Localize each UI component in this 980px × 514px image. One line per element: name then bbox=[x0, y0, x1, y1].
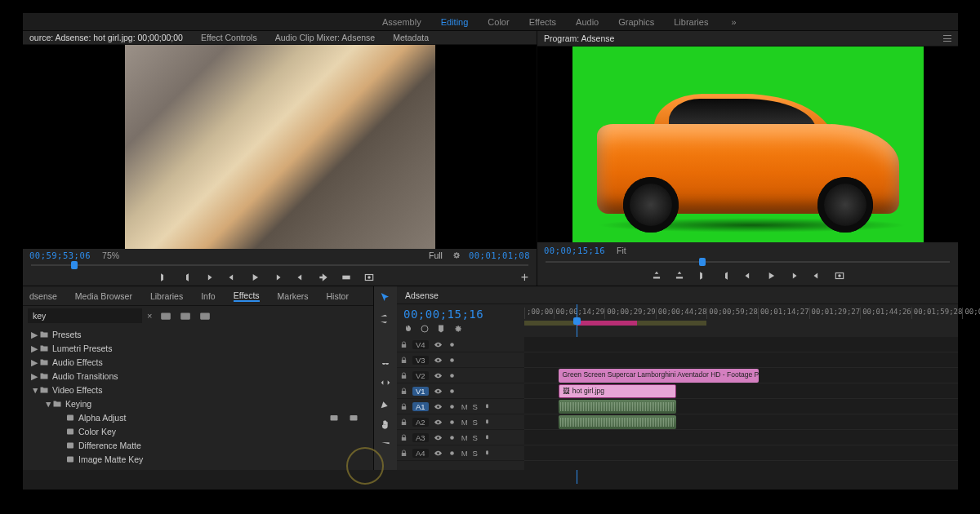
toggle-output-icon[interactable] bbox=[434, 388, 443, 395]
workspace-libraries[interactable]: Libraries bbox=[674, 17, 708, 27]
toggle-output-icon[interactable] bbox=[434, 372, 443, 379]
source-viewer[interactable] bbox=[23, 45, 537, 249]
lock-icon[interactable] bbox=[400, 434, 408, 441]
track-select-tool-icon[interactable] bbox=[379, 312, 392, 326]
libraries-tab[interactable]: Libraries bbox=[150, 291, 183, 301]
step-fwd-icon[interactable] bbox=[272, 272, 283, 283]
project-tab[interactable]: dsense bbox=[29, 291, 57, 301]
workspace-editing[interactable]: Editing bbox=[441, 17, 469, 27]
effects-tree-item[interactable]: Luma Key bbox=[26, 466, 370, 470]
mic-icon[interactable] bbox=[483, 403, 492, 410]
timeline-clip[interactable] bbox=[559, 415, 675, 429]
program-timecode-left[interactable]: 00;00;15;16 bbox=[544, 246, 605, 255]
sync-lock-icon[interactable] bbox=[448, 388, 457, 395]
workspace-assembly[interactable]: Assembly bbox=[382, 17, 421, 27]
extract-icon[interactable] bbox=[674, 270, 685, 281]
lift-icon[interactable] bbox=[651, 270, 662, 281]
settings2-icon[interactable] bbox=[452, 324, 462, 334]
audio-clip-mixer-tab[interactable]: Audio Clip Mixer: Adsense bbox=[275, 33, 376, 42]
sync-lock-icon[interactable] bbox=[448, 419, 457, 426]
mic-icon[interactable] bbox=[483, 434, 492, 441]
hand-tool-icon[interactable] bbox=[379, 419, 392, 432]
effects-tree-item[interactable]: ▶Audio Effects bbox=[26, 355, 370, 369]
sync-lock-icon[interactable] bbox=[448, 372, 457, 379]
sync-lock-icon[interactable] bbox=[448, 434, 457, 441]
info-tab[interactable]: Info bbox=[201, 291, 216, 301]
metadata-tab[interactable]: Metadata bbox=[393, 33, 429, 42]
program-fit[interactable]: Fit bbox=[617, 246, 626, 255]
source-tab[interactable]: ource: Adsense: hot girl.jpg: 00;00;00;0… bbox=[29, 33, 183, 42]
marker-icon[interactable] bbox=[436, 324, 446, 334]
effects-tree-item[interactable]: ▼Keying bbox=[26, 397, 370, 410]
mark-in-icon[interactable] bbox=[158, 272, 169, 283]
track-header-v4[interactable]: V4 bbox=[397, 337, 524, 352]
lock-icon[interactable] bbox=[400, 388, 408, 395]
play-icon[interactable] bbox=[249, 272, 261, 283]
lock-icon[interactable] bbox=[400, 419, 408, 426]
workspace-color[interactable]: Color bbox=[488, 17, 509, 27]
insert-icon[interactable] bbox=[318, 272, 329, 283]
toggle-output-icon[interactable] bbox=[434, 357, 443, 364]
mark-in2-icon[interactable] bbox=[697, 270, 708, 281]
slip-tool-icon[interactable] bbox=[379, 376, 392, 389]
effects-tree-item[interactable]: Color Key bbox=[26, 424, 370, 438]
step-back2-icon[interactable] bbox=[742, 270, 754, 281]
lock-icon[interactable] bbox=[400, 341, 408, 348]
toggle-output-icon[interactable] bbox=[434, 403, 443, 410]
play2-icon[interactable] bbox=[765, 270, 777, 281]
effects-tab[interactable]: Effects bbox=[234, 290, 260, 302]
source-fit[interactable]: Full bbox=[429, 250, 443, 260]
timeline-timecode[interactable]: 00;00;15;16 bbox=[403, 308, 518, 321]
program-scrub[interactable] bbox=[537, 258, 958, 266]
lock-icon[interactable] bbox=[400, 403, 408, 410]
toggle-output-icon[interactable] bbox=[434, 419, 443, 426]
mic-icon[interactable] bbox=[483, 450, 492, 457]
track-header-a4[interactable]: A4MS bbox=[397, 445, 524, 461]
ripple-tool-icon[interactable] bbox=[379, 334, 392, 347]
panel-menu-icon[interactable] bbox=[943, 35, 951, 42]
media-browser-tab[interactable]: Media Browser bbox=[75, 291, 132, 301]
lock-icon[interactable] bbox=[400, 450, 408, 457]
go-in-icon[interactable] bbox=[203, 272, 215, 283]
go-out-icon[interactable] bbox=[295, 272, 306, 283]
timeline-ruler[interactable]: ;00;0000;00;14;2900;00;29;2900;00;44;280… bbox=[524, 304, 958, 337]
timeline-clip[interactable] bbox=[559, 400, 675, 414]
track-header-v2[interactable]: V2 bbox=[397, 368, 524, 383]
mark-out-icon[interactable] bbox=[180, 272, 192, 283]
step-fwd2-icon[interactable] bbox=[788, 270, 800, 281]
sync-lock-icon[interactable] bbox=[448, 403, 457, 410]
effects-tree-item[interactable]: Difference Matte bbox=[26, 438, 370, 452]
track-header-a3[interactable]: A3MS bbox=[397, 430, 524, 445]
linked-selection-icon[interactable] bbox=[420, 324, 430, 334]
timeline-clip[interactable]: 🖼 hot girl.jpg bbox=[559, 384, 675, 398]
toggle-output-icon[interactable] bbox=[434, 434, 443, 441]
timeline-lanes[interactable]: Green Screen Supercar Lamborghini Aventa… bbox=[524, 337, 958, 470]
selection-tool-icon[interactable] bbox=[379, 291, 392, 304]
button-editor-icon[interactable]: + bbox=[521, 270, 528, 285]
sync-lock-icon[interactable] bbox=[448, 357, 457, 364]
settings-icon[interactable] bbox=[451, 250, 461, 260]
source-timecode-left[interactable]: 00;59;53;06 bbox=[29, 250, 91, 260]
workspace-graphics[interactable]: Graphics bbox=[618, 17, 654, 27]
clear-search-icon[interactable]: × bbox=[147, 311, 152, 321]
track-header-v3[interactable]: V3 bbox=[397, 352, 524, 368]
effects-tree-item[interactable]: ▶Lumetri Presets bbox=[26, 341, 370, 355]
sync-lock-icon[interactable] bbox=[448, 450, 457, 457]
sequence-tab[interactable]: Adsense bbox=[405, 290, 439, 300]
program-viewer[interactable] bbox=[537, 47, 958, 242]
effects-tree-item[interactable]: Image Matte Key bbox=[26, 452, 370, 466]
overwrite-icon[interactable] bbox=[341, 272, 352, 283]
track-header-a2[interactable]: A2MS bbox=[397, 414, 524, 430]
yuv-icon[interactable] bbox=[199, 311, 211, 321]
effects-tree-item[interactable]: ▼Video Effects bbox=[26, 383, 370, 397]
go-out2-icon[interactable] bbox=[811, 270, 822, 281]
pen-tool-icon[interactable] bbox=[379, 397, 392, 410]
lock-icon[interactable] bbox=[400, 357, 408, 364]
markers-tab[interactable]: Markers bbox=[278, 291, 309, 301]
effects-search-input[interactable] bbox=[28, 308, 142, 323]
effects-tree-item[interactable]: Alpha Adjust bbox=[26, 410, 370, 424]
track-header-v1[interactable]: V1 bbox=[397, 383, 524, 399]
timeline-clip[interactable]: Green Screen Supercar Lamborghini Aventa… bbox=[559, 369, 758, 383]
export-frame-icon[interactable] bbox=[363, 272, 375, 283]
snap-icon[interactable] bbox=[403, 324, 413, 334]
